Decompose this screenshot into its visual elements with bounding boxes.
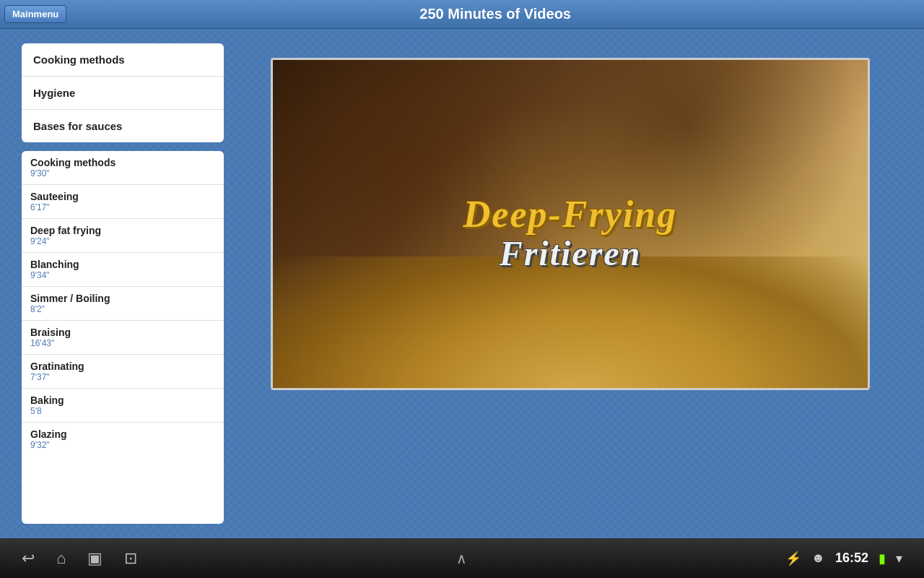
home-icon[interactable]: ⌂ xyxy=(56,549,66,568)
video-title-line1: Deep-Frying xyxy=(463,194,677,235)
mainmenu-button[interactable]: Mainmenu xyxy=(4,5,66,23)
chevron-up-icon[interactable]: ∧ xyxy=(456,550,467,567)
video-duration: 16'43" xyxy=(30,338,215,348)
clock: 16:52 xyxy=(835,551,868,566)
screenshot-icon[interactable]: ⊡ xyxy=(124,549,137,568)
bottom-center: ∧ xyxy=(456,550,467,567)
list-item[interactable]: Gratinating 7'37" xyxy=(22,355,224,389)
category-item-hygiene[interactable]: Hygiene xyxy=(22,77,224,110)
category-item-bases-for-sauces[interactable]: Bases for sauces xyxy=(22,110,224,142)
video-player[interactable]: Deep-Frying Fritieren xyxy=(271,58,870,390)
list-item[interactable]: Blanching 9'34" xyxy=(22,253,224,287)
category-list: Cooking methods Hygiene Bases for sauces xyxy=(22,43,224,142)
video-title: Sauteeing xyxy=(30,191,215,202)
list-item[interactable]: Deep fat frying 9'24" xyxy=(22,219,224,253)
usb-icon: ⚡ xyxy=(785,551,801,566)
bottom-nav: ↩ ⌂ ▣ ⊡ xyxy=(22,549,137,568)
video-title: Simmer / Boiling xyxy=(30,293,215,304)
category-item-cooking-methods[interactable]: Cooking methods xyxy=(22,43,224,77)
video-title: Baking xyxy=(30,394,215,406)
video-title: Cooking methods xyxy=(30,157,215,168)
signal-icon: ▾ xyxy=(896,551,902,566)
video-duration: 9'34" xyxy=(30,270,215,280)
list-item[interactable]: Braising 16'43" xyxy=(22,321,224,355)
video-duration: 8'2" xyxy=(30,304,215,314)
list-item[interactable]: Simmer / Boiling 8'2" xyxy=(22,287,224,321)
list-item[interactable]: Cooking methods 9'30" xyxy=(22,151,224,185)
video-title: Deep fat frying xyxy=(30,225,215,236)
top-bar: Mainmenu 250 Minutes of Videos xyxy=(0,0,924,29)
main-content: Cooking methods Hygiene Bases for sauces… xyxy=(0,29,924,538)
video-list: Cooking methods 9'30" Sauteeing 6'17" De… xyxy=(22,151,224,524)
video-panel: Deep-Frying Fritieren xyxy=(238,43,902,524)
video-duration: 9'30" xyxy=(30,168,215,178)
video-duration: 6'17" xyxy=(30,202,215,212)
video-background: Deep-Frying Fritieren xyxy=(273,60,868,388)
video-title: Blanching xyxy=(30,259,215,270)
video-text-overlay: Deep-Frying Fritieren xyxy=(463,194,677,273)
video-duration: 7'37" xyxy=(30,372,215,382)
back-icon[interactable]: ↩ xyxy=(22,549,35,568)
bottom-bar: ↩ ⌂ ▣ ⊡ ∧ ⚡ ☻ 16:52 ▮ ▾ xyxy=(0,538,924,578)
video-title: Gratinating xyxy=(30,361,215,372)
frying-bubbles xyxy=(273,256,868,388)
video-title-line2: Fritieren xyxy=(463,235,677,273)
video-duration: 9'32" xyxy=(30,440,215,450)
video-title: Glazing xyxy=(30,428,215,440)
left-panel: Cooking methods Hygiene Bases for sauces… xyxy=(22,43,224,524)
battery-icon: ▮ xyxy=(879,551,886,566)
list-item[interactable]: Sauteeing 6'17" xyxy=(22,185,224,219)
android-icon: ☻ xyxy=(811,551,825,566)
bottom-right-status: ⚡ ☻ 16:52 ▮ ▾ xyxy=(785,551,902,566)
list-item[interactable]: Glazing 9'32" xyxy=(22,423,224,456)
list-item[interactable]: Baking 5'8 xyxy=(22,389,224,423)
video-title: Braising xyxy=(30,327,215,338)
video-duration: 5'8 xyxy=(30,406,215,416)
page-title: 250 Minutes of Videos xyxy=(66,6,924,22)
recent-apps-icon[interactable]: ▣ xyxy=(87,549,103,568)
video-duration: 9'24" xyxy=(30,236,215,246)
